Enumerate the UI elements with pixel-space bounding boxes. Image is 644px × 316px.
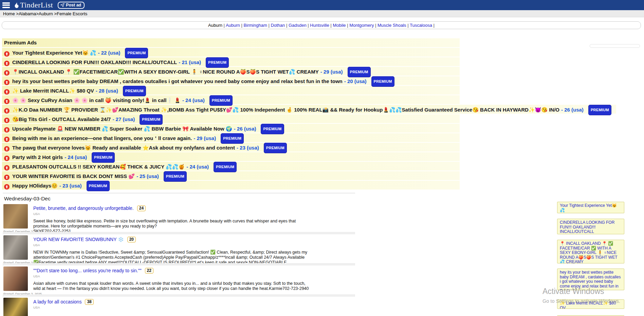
- city-link[interactable]: Mobile: [333, 23, 346, 28]
- brand-logo[interactable]: TinderList: [14, 1, 53, 9]
- listing-description: Sweet like honey, bold like espresso. Pe…: [33, 219, 312, 229]
- premium-ad-row[interactable]: ⬆hey its your best wettes petite baby DR…: [2, 76, 460, 85]
- city-link[interactable]: Muscle Shoals: [378, 23, 406, 28]
- premium-ad-title[interactable]: Upscale Playmate 🚨 NEW NUMBER 💦 Super So…: [12, 126, 232, 132]
- premium-badge: PREMIUM: [87, 181, 110, 191]
- premium-ad-row[interactable]: ⬆Your Tightest Experience Yet😼 💦- 22 (us…: [2, 48, 460, 57]
- premium-ad-row[interactable]: ⬆📍INCALL OAKLAND 📍 ✅FACETIME/CAR✅WITH A …: [2, 67, 460, 76]
- arrow-up-icon: ⬆: [4, 80, 10, 85]
- premium-ad-title[interactable]: 😘Big Tits Girl - OUTCALL Available 24/7: [12, 116, 111, 122]
- premium-ad-row[interactable]: ⬆✨ Lake Merritt INCALL✨ $80 QV- 28 (usa)…: [2, 86, 460, 95]
- premium-ad-title[interactable]: The pawg that everyone loves😼 Ready and …: [12, 145, 235, 151]
- country-label: USA: [33, 305, 355, 309]
- age-badge: 22: [145, 268, 153, 274]
- premium-ad-title[interactable]: CINDERELLA LOOKING FOR FUN!!! OAKLAND!!!…: [12, 59, 177, 65]
- arrow-up-icon: ⬆: [4, 51, 10, 57]
- premium-badge: PREMIUM: [164, 171, 187, 182]
- premium-ad-title[interactable]: hey its your best wettes petite baby DRE…: [12, 78, 343, 84]
- breadcrumb: Home >Alabama>Auburn >Female Escorts: [0, 10, 644, 17]
- premium-ad-title[interactable]: Happy HOlidays😊: [12, 183, 58, 189]
- listing-title-link[interactable]: YOUR NEW FAVORITE SNOWBUNNY ❄️: [33, 237, 124, 242]
- premium-ad-row[interactable]: ⬆YOUR WINTER FAVORITE IS BACK DONT MISS …: [2, 171, 460, 180]
- premium-ad-age: - 24 (usa): [186, 164, 209, 170]
- premium-ad-age: - 27 (usa): [112, 116, 135, 122]
- premium-ad-row[interactable]: ⬆😘Big Tits Girl - OUTCALL Available 24/7…: [2, 114, 460, 123]
- arrow-up-icon: ⬆: [4, 99, 10, 104]
- breadcrumb-link[interactable]: Alabama: [19, 11, 36, 16]
- sidebar-ad-box[interactable]: hey its your best wettes petite baby DRE…: [557, 269, 624, 290]
- city-separator: |: [285, 23, 289, 28]
- premium-badge: PREMIUM: [588, 105, 611, 115]
- listing-contact-line: SKYE702-577-2251: [33, 229, 355, 234]
- city-separator: |: [374, 23, 378, 28]
- sidebar-ad-link[interactable]: Your Tightest Experience Yet😼 💦: [560, 203, 622, 213]
- sidebar-ad-link[interactable]: CINDERELLA LOOKING FOR FUN!!! OAKLAND!!!…: [560, 220, 622, 234]
- listing-content: ""Don't stare too long... unless you're …: [33, 265, 355, 291]
- sidebar-ad-link[interactable]: hey its your best wettes petite baby DRE…: [560, 270, 622, 290]
- premium-ad-title[interactable]: PLEASANTON OUTCALLS !! SEXY KOREAN🥰 THIC…: [12, 164, 185, 170]
- premium-ad-title[interactable]: Being with me is an experience—one that …: [12, 135, 192, 141]
- premium-badge: PREMIUM: [123, 86, 146, 96]
- premium-badge: PREMIUM: [371, 76, 394, 87]
- sidebar-ad-box[interactable]: 📍 INCALL OAKLAND 📍 ✅ FACETIME/CAR ✅ WITH…: [557, 240, 624, 263]
- arrow-up-icon: ⬆: [4, 156, 10, 161]
- premium-ad-title[interactable]: YOUR WINTER FAVORITE IS BACK DONT MISS 💕: [12, 173, 135, 179]
- premium-ad-row[interactable]: ⬆✨K.O Daa NUMBER 🏆 PROVIDER ⌛✨💕AMAZING T…: [2, 105, 616, 114]
- breadcrumb-link[interactable]: Auburn: [39, 11, 53, 16]
- city-link[interactable]: Gadsden: [289, 23, 307, 28]
- premium-ad-title[interactable]: Party with 2 Hot girls: [12, 154, 63, 160]
- hamburger-menu-icon[interactable]: [2, 2, 10, 8]
- arrow-up-icon: ⬆: [4, 61, 10, 66]
- breadcrumb-link[interactable]: Home: [3, 11, 15, 16]
- listing-title-link[interactable]: ""Don't stare too long... unless you're …: [33, 268, 142, 273]
- paper-plane-icon: [60, 3, 65, 7]
- sidebar-ad-box[interactable]: ✨ Lake Merritt INCALL✨ $80 QV ...: [557, 299, 624, 309]
- listing-description: NEW IN TOWNMy name is Dallas !Seductive,…: [33, 250, 312, 265]
- premium-ad-row[interactable]: ⬆🌸 🌸 Sexy CuRvy Asian 🌸 🌸 in call 🍑 visi…: [2, 95, 460, 104]
- listing-thumbnail[interactable]: [3, 266, 28, 291]
- city-link[interactable]: Montgomery: [349, 23, 374, 28]
- city-link[interactable]: Huntsville: [310, 23, 329, 28]
- listing-row: A lady for all occasions38 USA: [3, 297, 355, 316]
- premium-ad-row[interactable]: ⬆Party with 2 Hot girls- 24 (usa)PREMIUM: [2, 152, 460, 161]
- premium-ad-row[interactable]: ⬆Happy HOlidays😊- 23 (usa)PREMIUM: [2, 181, 460, 190]
- premium-ad-title[interactable]: 📍INCALL OAKLAND 📍 ✅FACETIME/CAR✅WITH A S…: [12, 69, 319, 75]
- premium-ads-header: Premium Ads: [2, 38, 460, 47]
- arrow-up-icon: ⬆: [4, 184, 10, 190]
- premium-ads-panel: Premium Ads ⬆Your Tightest Experience Ye…: [2, 38, 460, 190]
- premium-ad-title[interactable]: Your Tightest Experience Yet😼 💦: [12, 50, 96, 56]
- city-link[interactable]: Auburn: [226, 23, 240, 28]
- premium-ad-title[interactable]: ✨K.O Daa NUMBER 🏆 PROVIDER ⌛✨💕AMAZING Th…: [12, 107, 559, 113]
- arrow-up-icon: ⬆: [4, 89, 10, 95]
- premium-ad-age: - 29 (usa): [194, 135, 216, 141]
- premium-ad-title[interactable]: 🌸 🌸 Sexy CuRvy Asian 🌸 🌸 in call 🍑 visit…: [12, 97, 181, 103]
- city-item: Mobile |: [333, 23, 349, 28]
- listing-title-link[interactable]: Petite, brunette, and dangerously unforg…: [33, 205, 134, 211]
- age-badge: 38: [85, 299, 93, 305]
- premium-ad-row[interactable]: ⬆PLEASANTON OUTCALLS !! SEXY KOREAN🥰 THI…: [2, 162, 460, 171]
- premium-ad-row[interactable]: ⬆Upscale Playmate 🚨 NEW NUMBER 💦 Super S…: [2, 124, 460, 133]
- premium-ad-title[interactable]: ✨ Lake Merritt INCALL✨ $80 QV: [12, 88, 94, 94]
- listing-thumbnail[interactable]: [3, 298, 28, 316]
- city-link[interactable]: Dothan: [271, 23, 285, 28]
- listing-content: A lady for all occasions38 USA: [33, 297, 355, 309]
- listing-title-link[interactable]: A lady for all occasions: [33, 299, 81, 304]
- country-label: USA: [33, 212, 355, 216]
- city-separator: |: [406, 23, 410, 28]
- breadcrumb-link[interactable]: Female Escorts: [57, 11, 87, 16]
- sidebar-ad-link[interactable]: ✨ Lake Merritt INCALL✨ $80 QV: [560, 301, 622, 309]
- premium-ad-age: - 24 (usa): [182, 97, 205, 103]
- premium-ad-row[interactable]: ⬆CINDERELLA LOOKING FOR FUN!!! OAKLAND!!…: [2, 57, 460, 66]
- sidebar-ad-box[interactable]: CINDERELLA LOOKING FOR FUN!!! OAKLAND!!!…: [557, 219, 624, 234]
- post-ad-button[interactable]: Post ad: [58, 2, 85, 9]
- city-link[interactable]: Tuscaloosa: [410, 23, 432, 28]
- sidebar-ad-box[interactable]: Your Tightest Experience Yet😼 💦 ...: [557, 202, 624, 213]
- listing-thumbnail[interactable]: [3, 204, 28, 229]
- city-link[interactable]: Birmingham: [243, 23, 267, 28]
- listing-thumbnail[interactable]: [3, 235, 28, 260]
- premium-ad-row[interactable]: ⬆Being with me is an experience—one that…: [2, 133, 460, 142]
- premium-ad-row[interactable]: ⬆The pawg that everyone loves😼 Ready and…: [2, 143, 460, 152]
- sidebar-ad-link[interactable]: 📍 INCALL OAKLAND 📍 ✅ FACETIME/CAR ✅ WITH…: [560, 241, 622, 263]
- breadcrumb-separator: >: [53, 11, 57, 16]
- country-label: USA: [33, 274, 355, 278]
